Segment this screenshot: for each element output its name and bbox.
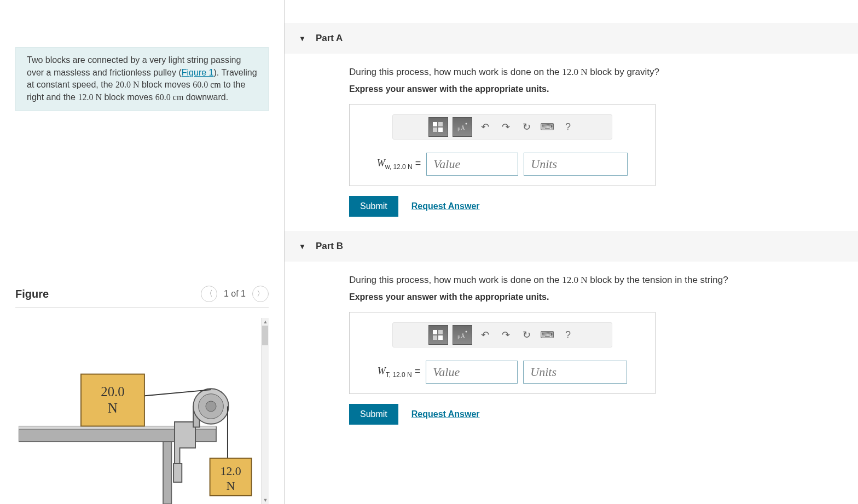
part-b-instruction: Express your answer with the appropriate… xyxy=(349,292,858,302)
q-text: During this process, how much work is do… xyxy=(349,275,562,285)
svg-text:μÅ: μÅ xyxy=(457,125,465,131)
figure-prev-button[interactable]: 〈 xyxy=(201,286,217,302)
request-answer-link[interactable]: Request Answer xyxy=(411,409,480,419)
svg-rect-14 xyxy=(433,128,437,132)
figure-counter: 1 of 1 xyxy=(224,289,246,299)
svg-rect-19 xyxy=(438,330,443,334)
var-main: W xyxy=(377,158,385,169)
part-a-actions: Submit Request Answer xyxy=(349,196,858,217)
value-input[interactable] xyxy=(426,361,518,384)
symbols-button[interactable]: μÅ xyxy=(453,325,472,345)
part-a-title: Part A xyxy=(316,33,343,44)
redo-button[interactable]: ↷ xyxy=(497,325,514,345)
value-dist2: 60.0 cm xyxy=(155,92,184,102)
symbols-button[interactable]: μÅ xyxy=(453,117,472,137)
help-button[interactable]: ? xyxy=(560,325,576,345)
scrollbar-thumb[interactable] xyxy=(262,326,268,345)
svg-rect-2 xyxy=(163,442,171,504)
value-block1: 20.0 N xyxy=(115,80,140,89)
problem-statement: Two blocks are connected by a very light… xyxy=(15,47,269,111)
q-value: 12.0 N xyxy=(562,275,587,285)
svg-rect-20 xyxy=(433,335,437,340)
q-text: block by gravity? xyxy=(588,67,659,77)
answer-toolbar: μÅ ↶ ↷ ↻ ⌨ ? xyxy=(392,114,612,140)
part-b-actions: Submit Request Answer xyxy=(349,404,858,425)
value-input[interactable] xyxy=(426,153,518,176)
units-input[interactable] xyxy=(523,361,627,384)
svg-point-17 xyxy=(466,123,467,125)
undo-button[interactable]: ↶ xyxy=(477,117,493,137)
svg-point-23 xyxy=(466,331,467,333)
var-main: W xyxy=(378,366,386,376)
part-b-question: During this process, how much work is do… xyxy=(349,275,858,286)
svg-rect-15 xyxy=(438,128,443,132)
part-a-body: During this process, how much work is do… xyxy=(285,54,858,231)
svg-rect-21 xyxy=(438,335,443,340)
right-pane: ▼ Part A During this process, how much w… xyxy=(285,0,858,504)
svg-text:μÅ: μÅ xyxy=(457,333,465,339)
reset-button[interactable]: ↻ xyxy=(518,117,535,137)
units-input[interactable] xyxy=(524,153,628,176)
keyboard-button[interactable]: ⌨ xyxy=(539,325,555,345)
q-text: During this process, how much work is do… xyxy=(349,67,562,77)
figure-next-button[interactable]: 〉 xyxy=(252,286,269,302)
figure-canvas: ▲ ▼ xyxy=(15,318,269,504)
svg-point-7 xyxy=(206,401,216,412)
answer-row: Ww, 12.0 N = xyxy=(357,153,647,176)
templates-button[interactable] xyxy=(428,325,448,345)
problem-text: block moves xyxy=(102,92,155,102)
var-sub: T, 12.0 N xyxy=(386,371,412,379)
q-text: block by the tension in the string? xyxy=(588,275,728,285)
figure-nav: 〈 1 of 1 〉 xyxy=(201,286,269,302)
figure-header: Figure 〈 1 of 1 〉 xyxy=(15,280,269,308)
collapse-caret-icon: ▼ xyxy=(299,242,306,251)
equals: = xyxy=(413,158,421,169)
collapse-caret-icon: ▼ xyxy=(299,34,306,43)
figure-illustration: 20.0 N 12.0 N xyxy=(19,340,258,504)
submit-button[interactable]: Submit xyxy=(349,196,398,217)
reset-button[interactable]: ↻ xyxy=(518,325,535,345)
variable-label: Ww, 12.0 N = xyxy=(377,158,421,171)
scroll-down-icon[interactable]: ▼ xyxy=(262,496,269,504)
svg-rect-18 xyxy=(433,330,437,334)
help-button[interactable]: ? xyxy=(560,117,576,137)
block2-value: 12.0 xyxy=(220,465,241,478)
figure-scrollbar[interactable]: ▲ ▼ xyxy=(261,318,269,504)
left-pane: Two blocks are connected by a very light… xyxy=(0,0,285,504)
block1-value: 20.0 xyxy=(101,384,124,399)
svg-rect-12 xyxy=(433,122,437,126)
request-answer-link[interactable]: Request Answer xyxy=(411,201,480,211)
block2-unit: N xyxy=(227,479,235,493)
part-b-title: Part B xyxy=(316,241,343,252)
undo-button[interactable]: ↶ xyxy=(477,325,493,345)
part-a-instruction: Express your answer with the appropriate… xyxy=(349,84,858,94)
variable-label: WT, 12.0 N = xyxy=(378,366,421,379)
submit-button[interactable]: Submit xyxy=(349,404,398,425)
templates-button[interactable] xyxy=(428,117,448,137)
q-value: 12.0 N xyxy=(562,67,587,77)
figure-link[interactable]: Figure 1 xyxy=(182,68,214,77)
equals: = xyxy=(412,366,421,376)
part-b-header[interactable]: ▼ Part B xyxy=(285,231,858,262)
answer-row: WT, 12.0 N = xyxy=(357,361,647,384)
scroll-up-icon[interactable]: ▲ xyxy=(262,318,269,326)
block1-unit: N xyxy=(108,401,118,415)
value-dist1: 60.0 cm xyxy=(193,80,221,89)
problem-text: block moves xyxy=(139,80,193,89)
part-a-header[interactable]: ▼ Part A xyxy=(285,23,858,54)
svg-rect-3 xyxy=(173,464,182,482)
keyboard-button[interactable]: ⌨ xyxy=(539,117,555,137)
part-b-body: During this process, how much work is do… xyxy=(285,262,858,439)
figure-section: Figure 〈 1 of 1 〉 ▲ ▼ xyxy=(0,280,284,504)
value-block2: 12.0 N xyxy=(78,92,102,102)
figure-title: Figure xyxy=(15,288,49,300)
redo-button[interactable]: ↷ xyxy=(497,117,514,137)
part-b-answer-box: μÅ ↶ ↷ ↻ ⌨ ? WT, 12.0 N = xyxy=(349,312,656,394)
part-a-answer-box: μÅ ↶ ↷ ↻ ⌨ ? Ww, 12.0 N = xyxy=(349,104,656,186)
problem-text: downward. xyxy=(183,92,228,102)
part-a-question: During this process, how much work is do… xyxy=(349,67,858,78)
var-sub: w, 12.0 N xyxy=(385,163,413,171)
svg-rect-13 xyxy=(438,122,443,126)
answer-toolbar: μÅ ↶ ↷ ↻ ⌨ ? xyxy=(392,322,612,347)
